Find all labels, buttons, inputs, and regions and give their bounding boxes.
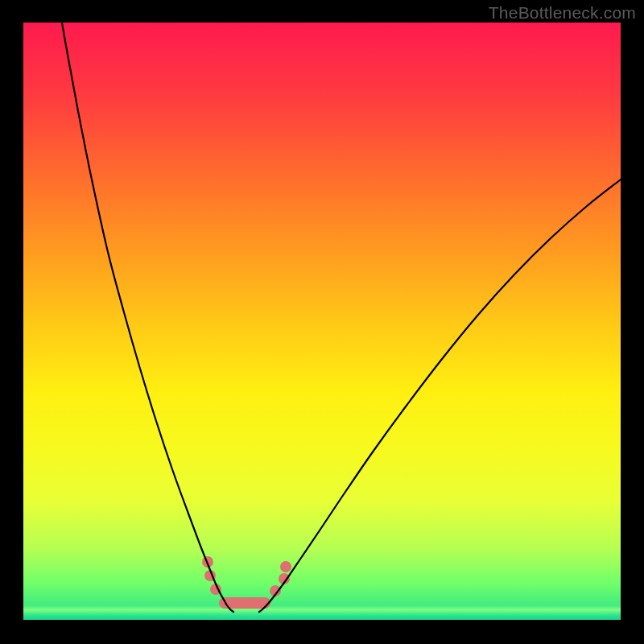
left-curve: [61, 19, 233, 612]
right-curve: [259, 180, 621, 612]
bottom-markers: [202, 556, 291, 603]
curve-layer: [23, 23, 621, 620]
watermark-text: TheBottleneck.com: [489, 3, 636, 23]
frame: TheBottleneck.com: [0, 0, 644, 644]
marker-dot: [280, 561, 291, 572]
curve-paths: [61, 19, 621, 612]
